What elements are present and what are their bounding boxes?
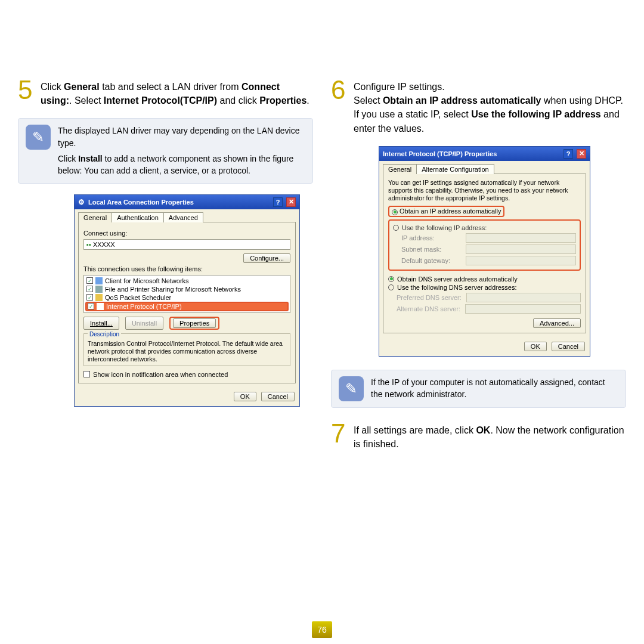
checkbox-icon[interactable] bbox=[83, 371, 90, 377]
gateway-row: Default gateway: bbox=[401, 256, 576, 265]
configure-button[interactable]: Configure... bbox=[243, 253, 290, 263]
connect-using-label: Connect using: bbox=[83, 230, 290, 237]
ip-address-field[interactable] bbox=[466, 233, 576, 243]
properties-button[interactable]: Properties bbox=[173, 318, 216, 328]
checkbox-icon[interactable]: ✓ bbox=[86, 294, 93, 301]
uses-items-label: This connection uses the following items… bbox=[83, 265, 290, 273]
dialog-title: Local Area Connection Properties bbox=[88, 199, 194, 206]
page-number: 76 bbox=[312, 621, 332, 638]
client-icon bbox=[95, 277, 103, 284]
ip-address-row: IP address: bbox=[401, 233, 576, 243]
alternate-dns-field[interactable] bbox=[465, 304, 581, 314]
nic-icon: ▪▪ bbox=[86, 241, 91, 248]
radio-use-ip[interactable] bbox=[393, 225, 399, 231]
tab-general[interactable]: General bbox=[78, 212, 112, 222]
step-6: 6 Configure IP settings. Select Obtain a… bbox=[331, 78, 626, 135]
step-6-text: Configure IP settings. Select Obtain an … bbox=[354, 78, 626, 135]
preferred-dns-field[interactable] bbox=[466, 293, 581, 302]
step-5-text: Click General tab and select a LAN drive… bbox=[41, 78, 313, 107]
step-7-text: If all settings are made, click OK. Now … bbox=[354, 421, 626, 451]
ok-button[interactable]: OK bbox=[234, 392, 256, 401]
description-label: Description bbox=[88, 331, 121, 338]
close-button[interactable]: ✕ bbox=[286, 197, 296, 207]
tcpip-icon bbox=[97, 303, 104, 310]
network-icon: ⚙ bbox=[78, 198, 85, 206]
tcpip-properties-dialog: Internet Protocol (TCP/IP) Properties ? … bbox=[379, 146, 590, 357]
tab-alternate-config[interactable]: Alternate Configuration bbox=[416, 164, 494, 174]
alternate-dns-row: Alternate DNS server: bbox=[397, 304, 581, 314]
list-item[interactable]: ✓ Client for Microsoft Networks bbox=[85, 277, 289, 285]
radio-obtain-ip[interactable] bbox=[392, 209, 398, 215]
radio-obtain-dns[interactable] bbox=[388, 276, 394, 282]
close-button[interactable]: ✕ bbox=[577, 149, 586, 159]
step-number: 6 bbox=[331, 78, 349, 135]
step-number: 7 bbox=[331, 421, 349, 451]
checkbox-icon[interactable]: ✓ bbox=[86, 286, 93, 292]
advanced-button[interactable]: Advanced... bbox=[533, 318, 581, 328]
list-item[interactable]: ✓ File and Printer Sharing for Microsoft… bbox=[85, 285, 289, 293]
step-number: 5 bbox=[18, 78, 36, 107]
dialog-titlebar: ⚙ Local Area Connection Properties ? ✕ bbox=[75, 195, 299, 209]
connection-items-list[interactable]: ✓ Client for Microsoft Networks ✓ File a… bbox=[83, 275, 290, 313]
cancel-button[interactable]: Cancel bbox=[552, 342, 585, 351]
note-ip-not-assigned: ✎ If the IP of your computer is not auto… bbox=[331, 370, 626, 408]
checkbox-icon[interactable]: ✓ bbox=[86, 277, 93, 284]
local-area-connection-dialog: ⚙ Local Area Connection Properties ? ✕ G… bbox=[74, 194, 300, 407]
help-button[interactable]: ? bbox=[273, 197, 283, 207]
radio-use-dns[interactable] bbox=[388, 284, 394, 290]
install-button[interactable]: Install... bbox=[83, 317, 119, 330]
pencil-icon: ✎ bbox=[26, 125, 51, 150]
subnet-row: Subnet mask: bbox=[401, 244, 576, 254]
properties-highlight: Properties bbox=[169, 317, 219, 330]
cancel-button[interactable]: Cancel bbox=[261, 392, 295, 401]
dialog-titlebar: Internet Protocol (TCP/IP) Properties ? … bbox=[379, 147, 590, 161]
printer-icon bbox=[95, 286, 103, 293]
preferred-dns-row: Preferred DNS server: bbox=[397, 293, 581, 302]
dialog-blurb: You can get IP settings assigned automat… bbox=[388, 179, 581, 202]
obtain-ip-highlight: Obtain an IP address automatically bbox=[388, 206, 504, 217]
dialog-title: Internet Protocol (TCP/IP) Properties bbox=[383, 150, 497, 157]
description-group: Description Transmission Control Protoco… bbox=[83, 333, 290, 366]
note1-line2: Click Install to add a network component… bbox=[58, 153, 305, 177]
gateway-field[interactable] bbox=[466, 256, 576, 265]
tab-authentication[interactable]: Authentication bbox=[112, 212, 164, 222]
pencil-icon: ✎ bbox=[339, 376, 364, 401]
description-text: Transmission Control Protocol/Internet P… bbox=[88, 340, 286, 363]
tab-general[interactable]: General bbox=[383, 164, 417, 174]
list-item-tcpip[interactable]: ✓ Internet Protocol (TCP/IP) bbox=[85, 302, 289, 311]
tab-advanced[interactable]: Advanced bbox=[163, 212, 203, 222]
step-5: 5 Click General tab and select a LAN dri… bbox=[18, 78, 313, 107]
subnet-field[interactable] bbox=[466, 244, 576, 254]
ok-button[interactable]: OK bbox=[524, 342, 547, 351]
note2-text: If the IP of your computer is not automa… bbox=[371, 376, 618, 401]
qos-icon bbox=[95, 294, 103, 301]
show-icon-checkbox-row[interactable]: Show icon in notification area when conn… bbox=[83, 371, 290, 378]
static-ip-group: Use the following IP address: IP address… bbox=[388, 219, 581, 271]
checkbox-icon[interactable]: ✓ bbox=[88, 303, 94, 309]
uninstall-button: Uninstall bbox=[125, 317, 163, 330]
note-lan-driver: ✎ The displayed LAN driver may vary depe… bbox=[18, 118, 313, 183]
step-7: 7 If all settings are made, click OK. No… bbox=[331, 421, 626, 451]
list-item[interactable]: ✓ QoS Packet Scheduler bbox=[85, 293, 289, 302]
help-button[interactable]: ? bbox=[564, 149, 573, 159]
connect-using-device[interactable]: ▪▪ XXXXX bbox=[83, 239, 290, 250]
note1-line1: The displayed LAN driver may vary depend… bbox=[58, 125, 305, 149]
